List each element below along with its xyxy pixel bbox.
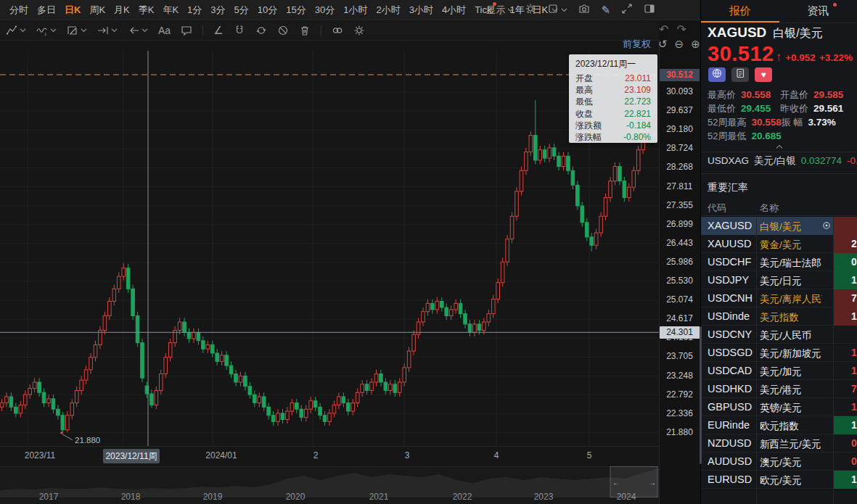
quote-row-USDCNY[interactable]: USDCNY 美元/人民币 — [701, 326, 857, 344]
navigator-left-handle[interactable]: ← — [612, 479, 620, 487]
tooltip-row: 最高 23.109 — [575, 84, 651, 96]
magnet-tool[interactable] — [234, 25, 245, 36]
period-button-30分[interactable]: 30分 — [315, 4, 335, 17]
period-button-年K[interactable]: 年K — [163, 4, 179, 17]
tab-quote[interactable]: 报价 — [701, 4, 779, 18]
ohlc-tooltip: 2023/12/11周一 开盘 23.011最高 23.109最低 22.723… — [569, 54, 657, 143]
navigator-right-handle[interactable]: → — [649, 479, 656, 487]
period-button-季K[interactable]: 季K — [139, 4, 155, 17]
undo-icon[interactable]: ↶ — [659, 22, 668, 36]
related-name: 美元/白银 — [754, 155, 796, 166]
time-axis[interactable]: 2023/112024/012345 2023/12/11周一 — [0, 446, 659, 466]
draw-icon[interactable]: ✎ — [601, 4, 610, 17]
price-tick-label: 25.074 — [660, 294, 699, 305]
trend-line-tool[interactable] — [6, 25, 26, 36]
quote-price-digit: 0 — [851, 437, 857, 449]
zoom-out-icon[interactable]: ⊖ — [675, 38, 684, 51]
quote-row-USDHKD[interactable]: USDHKD 美元/港元 7 — [701, 380, 857, 398]
text-tool[interactable]: Aa — [158, 25, 171, 36]
quote-name: 欧元指数 — [760, 420, 822, 433]
comment-tool[interactable] — [181, 25, 192, 36]
quote-stats: 最高价30.558开盘价29.585最低价29.455昨收价29.56152周最… — [708, 88, 853, 143]
pattern-tool[interactable] — [67, 25, 87, 36]
tooltip-label: 最高 — [575, 84, 593, 96]
period-button-5分[interactable]: 5分 — [234, 4, 249, 17]
timeline-navigator[interactable]: ←→20172018201920202021202220232024 — [0, 466, 659, 504]
compare-tool[interactable] — [332, 25, 343, 36]
price-tick-label: 29.637 — [660, 105, 699, 115]
fullscreen-icon[interactable] — [621, 3, 633, 17]
tooltip-value: 23.011 — [625, 73, 651, 84]
reset-zoom-icon[interactable]: ↺ — [658, 38, 668, 51]
quote-row-XAUUSD[interactable]: XAUUSD 黄金/美元 2 — [701, 235, 857, 253]
panel-toggle-icon[interactable] — [644, 3, 655, 17]
period-button-4小时[interactable]: 4小时 — [442, 4, 466, 17]
panel-scrollbar[interactable] — [700, 326, 702, 464]
quote-row-GBPUSD[interactable]: GBPUSD 英镑/美元 1 — [701, 398, 857, 416]
period-button-分时[interactable]: 分时 — [9, 4, 28, 17]
zoom-in-icon[interactable]: ⊕ — [691, 38, 700, 51]
period-button-1小时[interactable]: 1小时 — [343, 4, 367, 17]
column-divider — [756, 307, 757, 326]
quote-row-USDJPY[interactable]: USDJPY 美元/日元 1 — [701, 271, 857, 289]
candlestick-chart[interactable]: 30.55821.880 — [0, 51, 659, 446]
crosshair-price-badge: 24.301 — [660, 326, 700, 339]
quote-row-NZDUSD[interactable]: NZDUSD 新西兰元/美元 0 — [701, 434, 857, 453]
symbol-actions: ♥ — [708, 67, 772, 82]
quote-row-USDSGD[interactable]: USDSGD 美元/新加坡元 1 — [701, 344, 857, 362]
navigator-year-label: 2021 — [369, 492, 389, 502]
quote-price-digit: 1 — [851, 474, 857, 485]
wave-tool[interactable]: 1 — [36, 25, 57, 36]
forward-adjust-button[interactable]: 前复权 — [623, 38, 651, 51]
arrow-left-tool[interactable] — [128, 25, 148, 36]
website-button[interactable] — [708, 67, 726, 82]
period-button-3分[interactable]: 3分 — [210, 4, 225, 17]
chart-style-selector[interactable] — [547, 3, 567, 17]
settings-tool[interactable] — [353, 25, 365, 36]
collapse-stats-button[interactable] — [701, 142, 857, 155]
loop-tool[interactable] — [255, 25, 267, 36]
quote-code: USDHKD — [708, 383, 755, 394]
quote-row-AUDUSD[interactable]: AUDUSD 澳元/美元 0 — [701, 453, 857, 471]
stat-最低价: 最低价29.455 — [708, 102, 780, 115]
favorite-button[interactable]: ♥ — [755, 67, 772, 82]
news-note-button[interactable] — [731, 67, 749, 82]
period-button-月K[interactable]: 月K — [114, 4, 130, 17]
tab-news[interactable]: 资讯 — [779, 4, 857, 18]
period-button-周K[interactable]: 周K — [89, 4, 105, 17]
time-tick-label: 2024/01 — [205, 450, 237, 460]
quote-row-USDCAD[interactable]: USDCAD 美元/加元 1 — [701, 362, 857, 380]
related-pair-row[interactable]: USDXAG美元/白银0.032774-0.00 — [708, 154, 857, 168]
period-button-2小时[interactable]: 2小时 — [376, 4, 400, 17]
ban-tool[interactable] — [277, 25, 289, 36]
quote-row-USDinde[interactable]: USDinde 美元指数 1 — [701, 307, 857, 326]
quote-code: USDCNH — [708, 292, 755, 304]
screenshot-icon[interactable] — [578, 3, 590, 17]
redo-icon[interactable]: ↷ — [676, 22, 686, 36]
quote-price-cell: 1 — [834, 362, 857, 380]
quote-row-USDCHF[interactable]: USDCHF 美元/瑞士法郎 0 — [701, 253, 857, 271]
tooltip-value: 22.821 — [624, 108, 651, 120]
period-button-1分[interactable]: 1分 — [187, 4, 202, 17]
quote-row-EURUSD[interactable]: EURUSD 欧元/美元 1 — [701, 471, 857, 489]
measure-tool[interactable] — [97, 25, 118, 36]
display-menu[interactable]: 显示 — [486, 4, 514, 17]
navigator-year-label: 2020 — [286, 492, 306, 502]
period-button-15分[interactable]: 15分 — [286, 4, 306, 17]
quote-price-digit: 1 — [851, 365, 857, 376]
period-button-日K[interactable]: 日K — [65, 4, 81, 17]
quote-row-XAGUSD[interactable]: XAGUSD 白银/美元 — [701, 217, 857, 235]
period-button-10分[interactable]: 10分 — [258, 4, 277, 17]
quote-row-USDCNH[interactable]: USDCNH 美元/离岸人民币 7 — [701, 289, 857, 307]
period-button-多日[interactable]: 多日 — [37, 4, 56, 17]
trash-tool[interactable] — [299, 25, 311, 36]
quote-price-cell: 7 — [834, 289, 857, 307]
quote-row-main: NZDUSD 新西兰元/美元 — [701, 434, 834, 453]
angle-tool[interactable]: ∠ — [213, 24, 223, 37]
period-button-3小时[interactable]: 3小时 — [409, 4, 433, 17]
chart-settings-icon[interactable] — [525, 3, 536, 17]
quote-price-cell — [834, 326, 857, 344]
quote-code: XAGUSD — [708, 220, 755, 231]
quote-row-EURinde[interactable]: EURinde 欧元指数 1 — [701, 416, 857, 434]
quote-price-cell: 7 — [834, 380, 857, 398]
